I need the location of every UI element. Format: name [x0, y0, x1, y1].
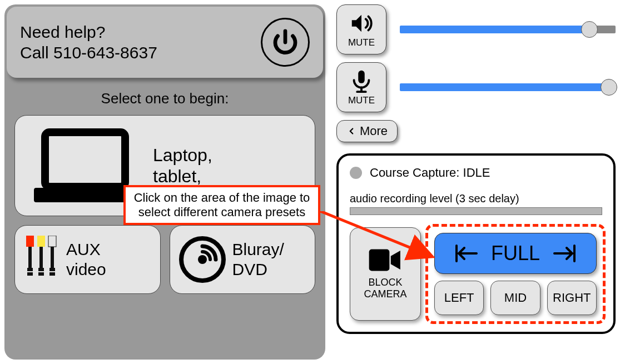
preset-full-label: FULL	[491, 242, 540, 265]
svg-rect-0	[45, 132, 125, 187]
preset-positions: LEFT MID RIGHT	[434, 281, 597, 315]
source-laptop-label: Laptop, tablet,	[153, 144, 212, 187]
svg-rect-13	[49, 272, 55, 276]
aux-icon	[24, 236, 59, 283]
right-side: MUTE MUTE More Course Capture: ID	[336, 4, 616, 360]
capture-panel: Course Capture: IDLE audio recording lev…	[336, 153, 616, 334]
status-dot-icon	[350, 167, 362, 179]
left-panel: Need help? Call 510-643-8637 Select one …	[4, 4, 325, 360]
svg-rect-7	[39, 247, 43, 268]
source-bluray[interactable]: Bluray/ DVD	[170, 225, 316, 294]
svg-rect-11	[51, 247, 54, 268]
power-icon	[270, 27, 300, 57]
speaker-thumb[interactable]	[581, 21, 598, 38]
capture-status: Course Capture: IDLE	[350, 166, 602, 180]
preset-left-label: LEFT	[444, 291, 474, 305]
svg-rect-4	[27, 268, 33, 271]
block-camera-button[interactable]: BLOCK CAMERA	[350, 227, 421, 321]
help-text: Need help? Call 510-643-8637	[20, 22, 157, 63]
preset-mid-label: MID	[504, 291, 527, 305]
help-line2: Call 510-643-8637	[20, 43, 157, 62]
select-label: Select one to begin:	[4, 90, 325, 107]
mute-mic-label: MUTE	[348, 95, 375, 106]
preset-right-button[interactable]: RIGHT	[547, 281, 597, 315]
mic-thumb[interactable]	[601, 79, 617, 96]
mic-track	[400, 83, 616, 91]
svg-rect-2	[26, 236, 34, 247]
rec-level-label: audio recording level (3 sec delay)	[350, 192, 602, 205]
preset-left-button[interactable]: LEFT	[434, 281, 484, 315]
source-bluray-label: Bluray/ DVD	[232, 240, 284, 280]
arrow-left-bar-icon	[454, 245, 479, 262]
annotation-callout: Click on the area of the image to select…	[123, 185, 320, 225]
block-camera-label: BLOCK CAMERA	[364, 277, 406, 300]
help-bar: Need help? Call 510-643-8637	[7, 7, 323, 78]
svg-point-15	[198, 255, 207, 264]
mic-slider[interactable]	[400, 79, 616, 96]
source-aux[interactable]: AUX video	[14, 225, 161, 294]
mute-speaker-button[interactable]: MUTE	[336, 4, 386, 54]
svg-rect-3	[28, 247, 32, 268]
help-line1: Need help?	[20, 23, 105, 41]
mic-row: MUTE	[336, 62, 616, 112]
mute-mic-button[interactable]: MUTE	[336, 62, 386, 112]
camera-icon	[369, 248, 402, 272]
preset-mid-button[interactable]: MID	[490, 281, 540, 315]
rec-level-bar	[350, 207, 602, 215]
speaker-row: MUTE	[336, 4, 616, 54]
svg-rect-9	[38, 272, 44, 276]
speaker-slider[interactable]	[400, 21, 616, 38]
svg-rect-12	[49, 268, 55, 271]
speaker-icon	[349, 11, 374, 36]
svg-rect-5	[27, 272, 33, 276]
svg-rect-1	[34, 188, 136, 202]
sources-bottom: AUX video Bluray/ DVD	[14, 225, 315, 294]
source-aux-label: AUX video	[66, 240, 106, 280]
arrow-right-bar-icon	[552, 245, 577, 262]
capture-status-text: Course Capture: IDLE	[370, 166, 490, 180]
svg-rect-10	[48, 236, 56, 247]
svg-rect-17	[369, 249, 390, 271]
svg-rect-6	[37, 236, 45, 247]
camera-controls: BLOCK CAMERA FULL LEFT MID RIGHT	[350, 227, 602, 321]
disc-icon	[179, 236, 226, 283]
more-label: More	[360, 124, 388, 138]
power-button[interactable]	[261, 18, 310, 67]
more-button[interactable]: More	[336, 120, 398, 142]
svg-rect-8	[38, 268, 44, 271]
svg-rect-16	[358, 71, 365, 83]
mute-speaker-label: MUTE	[348, 37, 375, 48]
preset-full-button[interactable]: FULL	[434, 233, 597, 274]
mic-icon	[349, 68, 374, 94]
camera-presets: FULL LEFT MID RIGHT	[429, 227, 602, 321]
chevron-left-icon	[346, 126, 356, 136]
preset-right-label: RIGHT	[553, 291, 591, 305]
